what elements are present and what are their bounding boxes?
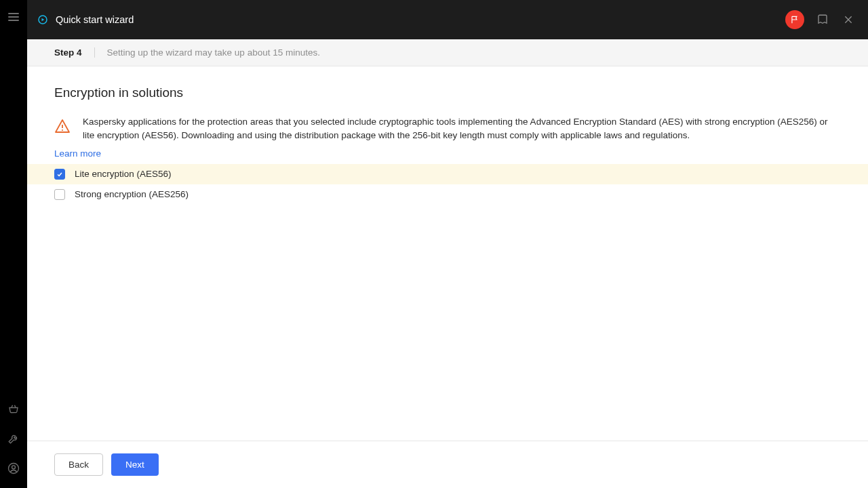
option-label: Strong encryption (AES256) bbox=[75, 189, 189, 199]
back-button[interactable]: Back bbox=[54, 453, 103, 476]
step-strip: Step 4 Setting up the wizard may take up… bbox=[27, 39, 868, 66]
warning-icon bbox=[54, 118, 71, 134]
bookmark-icon[interactable] bbox=[815, 12, 830, 27]
section-description: Kaspersky applications for the protectio… bbox=[83, 115, 841, 143]
svg-marker-3 bbox=[42, 18, 45, 22]
content-area: Encryption in solutions Kaspersky applic… bbox=[27, 66, 868, 441]
svg-point-1 bbox=[12, 466, 16, 469]
next-button[interactable]: Next bbox=[111, 453, 159, 476]
checkbox-lite[interactable] bbox=[54, 169, 65, 180]
account-icon[interactable] bbox=[6, 461, 21, 476]
left-rail bbox=[0, 0, 27, 488]
wrench-icon[interactable] bbox=[6, 431, 21, 446]
svg-point-5 bbox=[62, 129, 63, 131]
option-strong-encryption[interactable]: Strong encryption (AES256) bbox=[27, 184, 868, 205]
step-label: Step 4 bbox=[54, 47, 95, 58]
basket-icon[interactable] bbox=[6, 401, 21, 416]
learn-more-link[interactable]: Learn more bbox=[54, 148, 101, 159]
flag-button[interactable] bbox=[785, 10, 804, 29]
wizard-icon bbox=[37, 14, 49, 26]
page-title: Quick start wizard bbox=[56, 14, 134, 25]
svg-point-0 bbox=[9, 464, 19, 474]
top-bar: Quick start wizard bbox=[27, 0, 868, 39]
section-title: Encryption in solutions bbox=[54, 85, 841, 100]
close-icon[interactable] bbox=[841, 12, 856, 27]
option-label: Lite encryption (AES56) bbox=[75, 169, 172, 179]
footer: Back Next bbox=[27, 441, 868, 488]
step-note: Setting up the wizard may take up about … bbox=[95, 47, 320, 58]
option-lite-encryption[interactable]: Lite encryption (AES56) bbox=[27, 164, 868, 184]
checkbox-strong[interactable] bbox=[54, 189, 65, 200]
menu-icon[interactable] bbox=[6, 9, 21, 24]
